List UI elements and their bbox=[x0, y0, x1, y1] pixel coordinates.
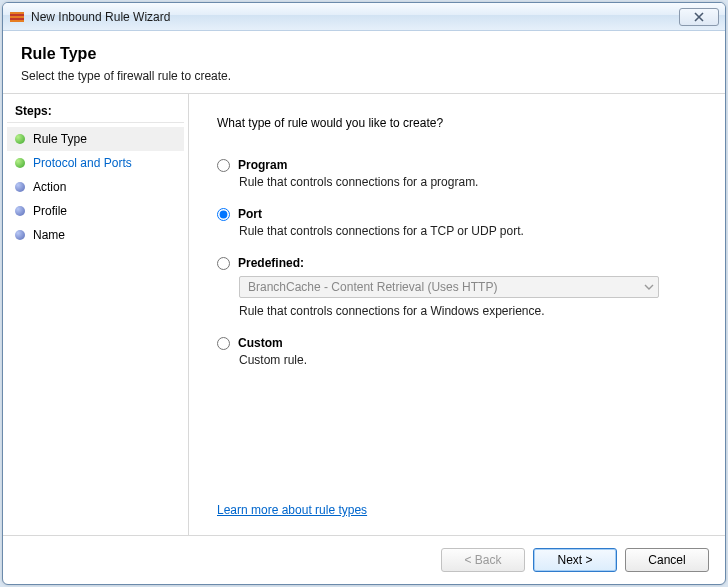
wizard-window: New Inbound Rule Wizard Rule Type Select… bbox=[2, 2, 726, 585]
svg-rect-2 bbox=[10, 16, 24, 18]
page-title: Rule Type bbox=[21, 45, 707, 63]
cancel-button[interactable]: Cancel bbox=[625, 548, 709, 572]
option-label: Custom bbox=[238, 336, 283, 350]
steps-sidebar: Steps: Rule Type Protocol and Ports Acti… bbox=[3, 94, 189, 535]
option-port: Port Rule that controls connections for … bbox=[217, 207, 697, 238]
title-bar[interactable]: New Inbound Rule Wizard bbox=[3, 3, 725, 31]
step-label: Protocol and Ports bbox=[33, 156, 132, 170]
page-header: Rule Type Select the type of firewall ru… bbox=[3, 31, 725, 94]
step-label: Name bbox=[33, 228, 65, 242]
bullet-icon bbox=[15, 134, 25, 144]
window-title: New Inbound Rule Wizard bbox=[31, 10, 679, 24]
next-button[interactable]: Next > bbox=[533, 548, 617, 572]
option-desc: Rule that controls connections for a TCP… bbox=[239, 224, 697, 238]
step-protocol-ports[interactable]: Protocol and Ports bbox=[7, 151, 184, 175]
option-predefined: Predefined: BranchCache - Content Retrie… bbox=[217, 256, 697, 318]
bullet-icon bbox=[15, 230, 25, 240]
radio-port[interactable] bbox=[217, 208, 230, 221]
steps-heading: Steps: bbox=[7, 102, 184, 123]
step-label: Action bbox=[33, 180, 66, 194]
step-rule-type[interactable]: Rule Type bbox=[7, 127, 184, 151]
radio-program[interactable] bbox=[217, 159, 230, 172]
page-subtitle: Select the type of firewall rule to crea… bbox=[21, 69, 707, 83]
bullet-icon bbox=[15, 206, 25, 216]
radio-custom[interactable] bbox=[217, 337, 230, 350]
back-button: < Back bbox=[441, 548, 525, 572]
bullet-icon bbox=[15, 158, 25, 168]
chevron-down-icon bbox=[644, 282, 654, 292]
radio-predefined[interactable] bbox=[217, 257, 230, 270]
step-label: Rule Type bbox=[33, 132, 87, 146]
option-desc: Rule that controls connections for a pro… bbox=[239, 175, 697, 189]
footer: < Back Next > Cancel bbox=[3, 535, 725, 584]
step-name[interactable]: Name bbox=[7, 223, 184, 247]
close-icon bbox=[694, 12, 704, 22]
option-desc: Custom rule. bbox=[239, 353, 697, 367]
bullet-icon bbox=[15, 182, 25, 192]
select-value: BranchCache - Content Retrieval (Uses HT… bbox=[248, 280, 497, 294]
option-label: Port bbox=[238, 207, 262, 221]
option-label: Predefined: bbox=[238, 256, 304, 270]
content-area: What type of rule would you like to crea… bbox=[189, 94, 725, 535]
close-button[interactable] bbox=[679, 8, 719, 26]
firewall-icon bbox=[9, 9, 25, 25]
svg-rect-3 bbox=[10, 20, 24, 22]
step-action[interactable]: Action bbox=[7, 175, 184, 199]
option-label: Program bbox=[238, 158, 287, 172]
learn-more-link[interactable]: Learn more about rule types bbox=[217, 503, 367, 517]
step-label: Profile bbox=[33, 204, 67, 218]
predefined-select: BranchCache - Content Retrieval (Uses HT… bbox=[239, 276, 659, 298]
option-desc: Rule that controls connections for a Win… bbox=[239, 304, 697, 318]
step-profile[interactable]: Profile bbox=[7, 199, 184, 223]
option-program: Program Rule that controls connections f… bbox=[217, 158, 697, 189]
body: Steps: Rule Type Protocol and Ports Acti… bbox=[3, 94, 725, 535]
option-custom: Custom Custom rule. bbox=[217, 336, 697, 367]
prompt-text: What type of rule would you like to crea… bbox=[217, 116, 697, 130]
svg-rect-1 bbox=[10, 12, 24, 14]
